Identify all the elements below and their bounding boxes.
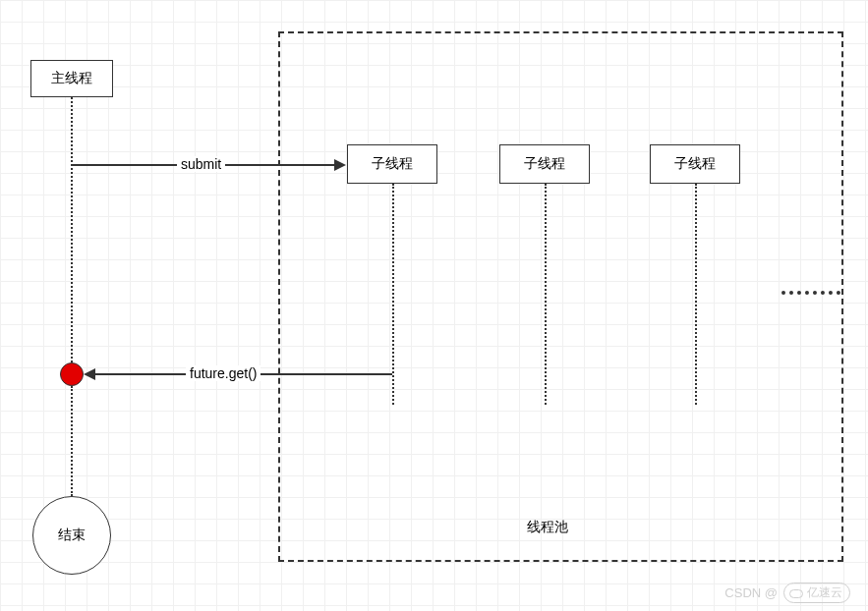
blocking-point-icon: [60, 362, 84, 386]
main-thread-box: 主线程: [30, 60, 113, 97]
watermark-brand: 亿速云: [807, 584, 842, 601]
child-thread-label-3: 子线程: [674, 155, 716, 173]
child-lifeline-1: [392, 184, 394, 405]
child-thread-label-1: 子线程: [372, 155, 413, 173]
submit-label: submit: [177, 156, 225, 172]
future-get-arrow-head-icon: [84, 368, 95, 380]
thread-pool-container: [278, 31, 843, 562]
watermark-logo: 亿速云: [783, 583, 850, 603]
end-node: 结束: [32, 496, 111, 575]
cloud-icon: [788, 588, 804, 598]
child-thread-box-2: 子线程: [499, 144, 590, 184]
child-lifeline-3: [695, 184, 697, 405]
thread-pool-label: 线程池: [527, 519, 568, 536]
child-thread-label-2: 子线程: [524, 155, 565, 173]
child-thread-box-3: 子线程: [650, 144, 740, 184]
watermark: CSDN @ 亿速云: [724, 583, 850, 603]
main-lifeline-2: [71, 386, 73, 496]
main-lifeline-1: [71, 97, 73, 362]
end-label: 结束: [58, 527, 86, 544]
ellipsis-icon: [781, 291, 840, 295]
child-thread-box-1: 子线程: [347, 144, 437, 184]
watermark-prefix: CSDN @: [724, 585, 778, 600]
child-lifeline-2: [545, 184, 547, 405]
main-thread-label: 主线程: [51, 70, 92, 87]
future-get-label: future.get(): [186, 365, 260, 381]
